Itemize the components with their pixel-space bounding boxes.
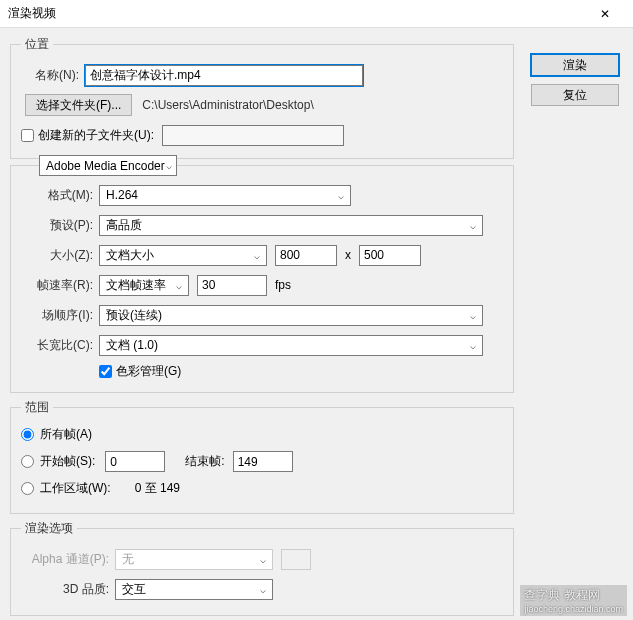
quality-label: 3D 品质: xyxy=(21,581,109,598)
quality-select[interactable]: 交互 ⌵ xyxy=(115,579,273,600)
range-legend: 范围 xyxy=(21,399,53,416)
format-label: 格式(M): xyxy=(21,187,93,204)
format-value: H.264 xyxy=(106,188,138,202)
width-input[interactable] xyxy=(275,245,337,266)
field-value: 预设(连续) xyxy=(106,307,162,324)
encoder-engine-value: Adobe Media Encoder xyxy=(46,159,165,173)
color-mgmt-label: 色彩管理(G) xyxy=(116,363,181,380)
fps-mode-select[interactable]: 文档帧速率 ⌵ xyxy=(99,275,189,296)
preset-select[interactable]: 高品质 ⌵ xyxy=(99,215,483,236)
chevron-down-icon: ⌵ xyxy=(256,554,270,565)
chevron-down-icon: ⌵ xyxy=(166,160,172,171)
fps-mode-value: 文档帧速率 xyxy=(106,277,166,294)
chevron-down-icon: ⌵ xyxy=(466,310,480,321)
render-options-legend: 渲染选项 xyxy=(21,520,77,537)
all-frames-label: 所有帧(A) xyxy=(40,426,92,443)
fps-input[interactable] xyxy=(197,275,267,296)
x-separator: x xyxy=(345,248,351,262)
work-area-radio[interactable] xyxy=(21,482,34,495)
subfolder-label: 创建新的子文件夹(U): xyxy=(38,127,154,144)
size-mode-select[interactable]: 文档大小 ⌵ xyxy=(99,245,267,266)
window-title: 渲染视频 xyxy=(8,5,56,22)
preset-label: 预设(P): xyxy=(21,217,93,234)
name-input[interactable] xyxy=(85,65,363,86)
quality-value: 交互 xyxy=(122,581,146,598)
chevron-down-icon: ⌵ xyxy=(172,280,186,291)
close-icon: ✕ xyxy=(600,7,610,21)
aspect-select[interactable]: 文档 (1.0) ⌵ xyxy=(99,335,483,356)
alpha-select: 无 ⌵ xyxy=(115,549,273,570)
chevron-down-icon: ⌵ xyxy=(466,340,480,351)
title-bar: 渲染视频 ✕ xyxy=(0,0,633,28)
alpha-swatch xyxy=(281,549,311,570)
start-frame-label: 开始帧(S): xyxy=(40,453,95,470)
size-mode-value: 文档大小 xyxy=(106,247,154,264)
all-frames-radio[interactable] xyxy=(21,428,34,441)
chevron-down-icon: ⌵ xyxy=(250,250,264,261)
subfolder-input[interactable] xyxy=(162,125,344,146)
name-label: 名称(N): xyxy=(21,67,79,84)
location-legend: 位置 xyxy=(21,36,53,53)
chevron-down-icon: ⌵ xyxy=(334,190,348,201)
dialog-content: 位置 名称(N): 选择文件夹(F)... C:\Users\Administr… xyxy=(0,28,633,620)
chevron-down-icon: ⌵ xyxy=(256,584,270,595)
fps-label: 帧速率(R): xyxy=(21,277,93,294)
render-options-fieldset: 渲染选项 Alpha 通道(P): 无 ⌵ 3D 品质: 交互 ⌵ xyxy=(10,520,514,616)
watermark: 查字典 教程网 jiaocheng.chazidian.com xyxy=(520,585,627,616)
range-fieldset: 范围 所有帧(A) 开始帧(S): 结束帧: 工作区域(W): 0 至 149 xyxy=(10,399,514,514)
choose-folder-button[interactable]: 选择文件夹(F)... xyxy=(25,94,132,116)
aspect-label: 长宽比(C): xyxy=(21,337,93,354)
color-mgmt-checkbox[interactable] xyxy=(99,365,112,378)
work-area-label: 工作区域(W): xyxy=(40,480,111,497)
work-area-range: 0 至 149 xyxy=(135,480,180,497)
preset-value: 高品质 xyxy=(106,217,142,234)
chevron-down-icon: ⌵ xyxy=(466,220,480,231)
field-select[interactable]: 预设(连续) ⌵ xyxy=(99,305,483,326)
field-label: 场顺序(I): xyxy=(21,307,93,324)
alpha-label: Alpha 通道(P): xyxy=(21,551,109,568)
height-input[interactable] xyxy=(359,245,421,266)
subfolder-checkbox[interactable] xyxy=(21,129,34,142)
end-frame-input[interactable] xyxy=(233,451,293,472)
encoder-fieldset: Adobe Media Encoder ⌵ 格式(M): H.264 ⌵ 预设(… xyxy=(10,165,514,393)
format-select[interactable]: H.264 ⌵ xyxy=(99,185,351,206)
encoder-engine-select[interactable]: Adobe Media Encoder ⌵ xyxy=(39,155,177,176)
alpha-value: 无 xyxy=(122,551,134,568)
watermark-line1: 查字典 教程网 xyxy=(524,587,623,604)
location-fieldset: 位置 名称(N): 选择文件夹(F)... C:\Users\Administr… xyxy=(10,36,514,159)
render-button[interactable]: 渲染 xyxy=(531,54,619,76)
reset-button[interactable]: 复位 xyxy=(531,84,619,106)
start-frame-input[interactable] xyxy=(105,451,165,472)
aspect-value: 文档 (1.0) xyxy=(106,337,158,354)
folder-path: C:\Users\Administrator\Desktop\ xyxy=(142,98,313,112)
close-button[interactable]: ✕ xyxy=(585,0,625,28)
watermark-line2: jiaocheng.chazidian.com xyxy=(524,604,623,614)
start-frame-radio[interactable] xyxy=(21,455,34,468)
fps-unit: fps xyxy=(275,278,291,292)
size-label: 大小(Z): xyxy=(21,247,93,264)
end-frame-label: 结束帧: xyxy=(185,453,224,470)
